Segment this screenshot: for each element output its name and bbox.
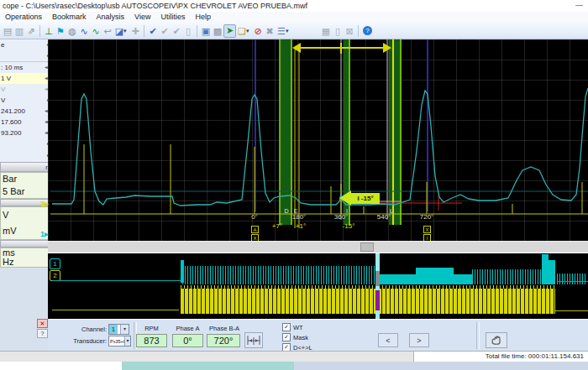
channel1-trace <box>52 88 588 206</box>
sub-label-plus1: +1° <box>296 222 306 230</box>
channel1-badge[interactable]: 1 <box>50 258 60 269</box>
export-icon[interactable]: ⇗ <box>25 24 37 38</box>
channel2-zero-marker[interactable]: 2▸ <box>40 200 49 208</box>
sidebar-row[interactable]: V◂▸ <box>0 84 50 96</box>
bookmark-flag-icon[interactable]: ⚑ <box>55 24 66 38</box>
panel-help-button[interactable]: ? <box>37 329 48 338</box>
globe-icon[interactable]: ◍ <box>66 24 78 38</box>
grid-icon[interactable]: ▦ <box>320 24 332 38</box>
minimize-button[interactable]: — <box>575 0 583 10</box>
deg-label-180: 180° <box>292 213 307 221</box>
wave-green-icon[interactable]: ∿ <box>90 24 102 38</box>
menu-help[interactable]: Help <box>190 12 216 23</box>
caliper-tool-button[interactable] <box>244 332 263 348</box>
hand-icon <box>490 335 503 347</box>
menu-bar: OperationsBookmarkAnalysisViewUtilitiesH… <box>0 12 588 23</box>
sidebar-row[interactable]: ▸ <box>0 138 50 151</box>
autoscope-window: cope - C:\Users\rasec\Desktop\usb AUTOSC… <box>0 0 588 370</box>
sidebar-row[interactable]: e▸ <box>0 39 50 51</box>
sidebar-row-value1[interactable]: 241.200◂▸ <box>0 106 50 117</box>
phase-a-label: Phase A <box>172 325 203 332</box>
toolbar: ▤ ▥ ⇗ ⊥ ⚑ ◍ ∿ ∿ ↩ ◪ ▾ ✚ ✔ ✔ ✔ ▯ ▣ ▩ ➤ ❏ … <box>0 23 588 39</box>
frame-icon[interactable]: ▣ <box>200 24 212 38</box>
pages-icon[interactable]: ▩ <box>212 24 223 38</box>
menu-view[interactable]: View <box>129 12 155 23</box>
bookmark-flag-x[interactable]: X <box>251 234 259 241</box>
sidebar-section-header <box>0 240 50 248</box>
sidebar-row[interactable]: ▸ <box>0 150 50 163</box>
wt-checkbox[interactable]: ✓ <box>282 323 291 331</box>
close-view-icon[interactable]: ⊠ <box>344 24 355 38</box>
sidebar-row[interactable]: V▸ <box>0 95 50 107</box>
mask-checkbox[interactable]: ✓ <box>282 333 291 341</box>
check-gray-icon[interactable]: ✔ <box>159 24 171 38</box>
copy-page-icon[interactable]: ▥ <box>13 24 25 38</box>
advance-arrow-icon <box>339 190 351 206</box>
window-title: cope - C:\Users\rasec\Desktop\usb AUTOSC… <box>3 0 307 12</box>
sub-label-plus7: +7° <box>272 222 282 230</box>
help-icon[interactable]: ? <box>363 26 372 35</box>
check-icon: ✓ <box>284 334 289 340</box>
menu-bookmark[interactable]: Bookmark <box>47 12 92 23</box>
next-button[interactable]: > <box>409 333 429 347</box>
cursor-letter-i: I <box>346 208 348 214</box>
transducer-select[interactable]: Px35+Long ▾ <box>108 336 131 347</box>
check-icon: ✓ <box>284 324 289 330</box>
pan-tool-button[interactable] <box>486 332 507 348</box>
overview-cursor-selection <box>375 290 380 310</box>
delete-icon[interactable]: ✖ <box>264 24 276 38</box>
sidebar-row[interactable]: ▸ <box>0 50 50 62</box>
pressure-scale-box: Bar5 Bar <box>0 172 50 199</box>
play-icon[interactable]: ➤ <box>223 24 236 38</box>
scope-scrollbar[interactable] <box>48 241 588 253</box>
sidebar-row-value2[interactable]: 17.600◂▸ <box>0 117 50 128</box>
status-bar: Total file time: 000:01:11.154.631 <box>0 351 588 362</box>
bookmark-flag-x2[interactable]: X <box>423 226 431 233</box>
channel-select[interactable]: 1 ▾ <box>108 324 129 335</box>
deg-label-360: 360° <box>334 213 349 221</box>
phase-ba-value: 720° <box>207 334 240 347</box>
chevron-down-icon[interactable]: ▾ <box>120 325 129 334</box>
cursor-letter-l: L <box>390 208 393 214</box>
close-panel-button[interactable]: ✕ <box>37 319 48 328</box>
chevron-down-icon[interactable]: ▾ <box>124 336 130 346</box>
wave-blue-icon[interactable]: ∿ <box>78 24 90 38</box>
bookmark-flag-i2[interactable]: I <box>423 234 431 241</box>
mask-checkbox-row[interactable]: ✓ Mask <box>282 333 308 341</box>
total-file-time: Total file time: 000:01:11.154.631 <box>413 352 588 362</box>
doc2-icon[interactable]: ▯ <box>332 24 344 38</box>
mask-label: Mask <box>293 334 308 341</box>
ch2-overview-flat <box>52 310 179 310</box>
channel1-zero-marker[interactable]: 1▸ <box>40 230 49 238</box>
chevron-down-icon[interactable]: ▾ <box>246 28 252 34</box>
phase-ba-label: Phase B-A <box>207 325 242 332</box>
main-scope-view[interactable]: 0° 180° 360° 540° 720° +7° +1° -15° D E … <box>48 39 588 241</box>
menu-operations[interactable]: Operations <box>0 12 47 23</box>
undo-icon[interactable]: ↩ <box>102 24 113 38</box>
channel-label: Channel: <box>67 326 107 333</box>
sidebar-row-value3[interactable]: 93.200◂▸ <box>0 128 50 139</box>
bookmark-flag-a[interactable]: A <box>251 226 259 233</box>
copy-icon[interactable]: ▤ <box>2 24 13 38</box>
overview-panel[interactable]: 1 2 <box>48 253 588 319</box>
check-blue-icon[interactable]: ✔ <box>147 24 159 38</box>
cursor-tool-icon[interactable]: ✚ <box>129 24 141 38</box>
check-gray2-icon[interactable]: ✔ <box>171 24 182 38</box>
doc-icon[interactable]: ▯ <box>182 24 194 38</box>
chevron-down-icon[interactable]: ▾ <box>286 28 291 34</box>
scope-scrollbar-thumb[interactable] <box>360 242 374 252</box>
stop-icon[interactable]: ⊘ <box>252 24 264 38</box>
sidebar-row-scale-selected[interactable]: 1 V◂▸ <box>0 73 50 85</box>
menu-utilities[interactable]: Utilities <box>155 12 190 23</box>
cursor-letter-e: E <box>294 208 298 214</box>
prev-button[interactable]: < <box>378 333 398 347</box>
rpm-value: 873 <box>136 334 167 347</box>
sidebar-row-sweep[interactable]: : 10 ms◂▸ <box>0 62 50 74</box>
chevron-down-icon[interactable]: ▾ <box>123 28 129 34</box>
menu-analysis[interactable]: Analysis <box>92 12 130 23</box>
phase-a-value: 0° <box>172 334 203 347</box>
wt-checkbox-row[interactable]: ✓ WT <box>282 323 303 331</box>
deg-label-720: 720° <box>420 213 434 221</box>
caliper-icon <box>246 334 261 347</box>
probe-icon[interactable]: ⊥ <box>43 24 55 38</box>
